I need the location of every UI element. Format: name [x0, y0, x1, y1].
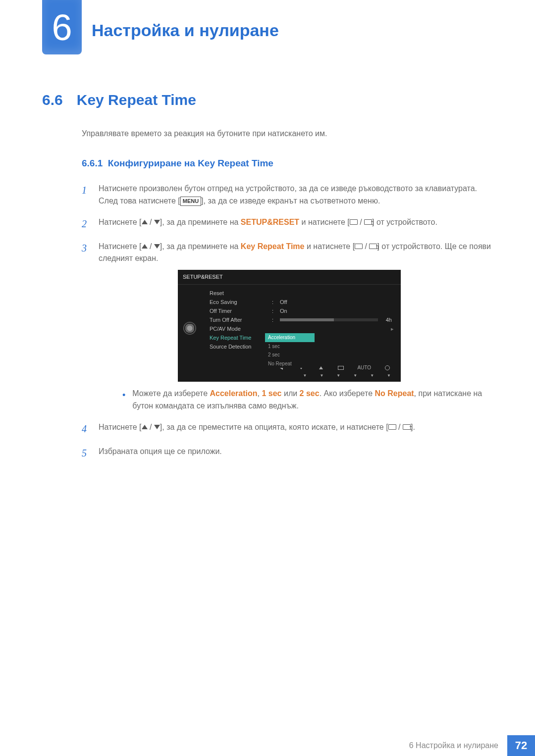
section-title: Key Repeat Time	[77, 92, 196, 108]
select-icon	[355, 244, 363, 249]
chapter-number: 6	[52, 6, 72, 49]
section-intro: Управлявате времето за реакция на бутони…	[82, 129, 493, 138]
menu-icon: MENU	[180, 197, 201, 206]
page-footer: 6 Настройка и нулиране 72	[400, 735, 535, 756]
up-icon	[142, 425, 148, 429]
enter-icon	[364, 219, 372, 225]
up-icon	[319, 366, 323, 369]
page-number: 72	[507, 735, 535, 756]
step-5: 5 Избраната опция ще се приложи.	[82, 446, 493, 461]
up-icon	[142, 244, 148, 249]
bullet-icon: •	[122, 391, 125, 412]
down-icon	[154, 220, 160, 224]
step-4: 4 Натиснете [ / ], за да се преместите н…	[82, 421, 493, 437]
enter-icon	[403, 424, 411, 430]
osd-submenu: Acceleration 1 sec 2 sec No Repeat	[265, 333, 315, 368]
enter-icon	[338, 366, 344, 370]
select-icon	[350, 219, 358, 225]
chapter-title: Настройка и нулиране	[92, 21, 279, 40]
chevron-right-icon: ▸	[391, 325, 394, 333]
gear-icon	[184, 323, 195, 334]
up-icon	[142, 220, 148, 224]
page-content: 6.6 Key Repeat Time Управлявате времето …	[42, 92, 493, 470]
bullet-note: • Можете да изберете Acceleration, 1 sec…	[122, 388, 493, 412]
steps-list: 1 Натиснете произволен бутон отпред на у…	[82, 183, 493, 461]
osd-screenshot: SETUP&RESET Reset Eco Saving:Off Off Tim…	[178, 270, 401, 382]
step-1: 1 Натиснете произволен бутон отпред на у…	[82, 183, 493, 207]
step-3: 3 Натиснете [ / ], за да преминете на Ke…	[82, 241, 493, 412]
select-icon	[388, 424, 396, 430]
footer-text: 6 Настройка и нулиране	[400, 735, 507, 756]
section-number: 6.6	[42, 92, 63, 108]
down-icon	[154, 425, 160, 429]
subsection-heading: 6.6.1 Конфигуриране на Key Repeat Time	[82, 158, 493, 169]
enter-icon	[369, 244, 377, 249]
step-2: 2 Натиснете [ / ], за да преминете на SE…	[82, 216, 493, 232]
down-icon	[154, 244, 160, 249]
chapter-badge: 6	[42, 0, 82, 54]
section-heading: 6.6 Key Repeat Time	[42, 92, 493, 108]
osd-title: SETUP&RESET	[178, 270, 401, 285]
power-icon	[385, 365, 390, 370]
